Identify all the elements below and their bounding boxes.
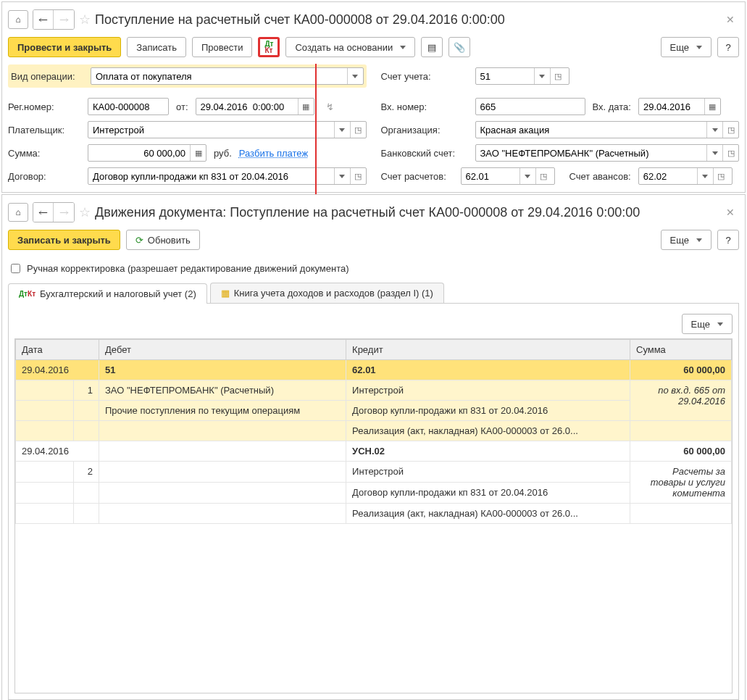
post-and-close-button[interactable]: Провести и закрыть [8, 37, 121, 57]
table-more-button[interactable]: Еще [682, 314, 733, 334]
calc-acc-input[interactable]: ◳ [461, 167, 555, 185]
dropdown-icon[interactable] [706, 145, 722, 161]
contract-label: Договор: [8, 171, 80, 182]
tabs: ДтКт Бухгалтерский и налоговый учет (2) … [8, 283, 739, 304]
op-type-field[interactable] [91, 68, 347, 84]
report-button[interactable]: ▤ [421, 37, 443, 57]
refresh-button[interactable]: ⟳Обновить [126, 230, 200, 250]
open-icon[interactable]: ◳ [535, 168, 551, 184]
create-based-button[interactable]: Создать на основании [285, 37, 415, 57]
calendar-icon[interactable]: ▦ [298, 99, 314, 114]
more-button[interactable]: Еще [661, 37, 711, 57]
payer-input[interactable]: ◳ [88, 121, 367, 138]
manual-edit-row: Ручная корректировка (разрешает редактир… [8, 257, 739, 280]
in-date-label: Вх. дата: [593, 101, 631, 112]
table-row[interactable]: 1 ЗАО "НЕФТЕПРОМБАНК" (Расчетный) Интерс… [16, 380, 732, 401]
date-input[interactable]: ▦ [196, 98, 314, 115]
close-button[interactable]: ✕ [722, 14, 739, 25]
open-icon[interactable]: ◳ [722, 145, 738, 161]
split-payment-link[interactable]: Разбить платеж [239, 148, 308, 159]
movements-table-wrap[interactable]: Дата Дебет Кредит Сумма 29.04.2016 51 62… [14, 338, 733, 693]
movements-table: Дата Дебет Кредит Сумма 29.04.2016 51 62… [15, 339, 732, 524]
org-field[interactable] [476, 122, 707, 138]
dropdown-icon[interactable] [334, 122, 350, 138]
post-button[interactable]: Провести [192, 37, 253, 57]
home-icon: ⌂ [15, 14, 20, 25]
forward-button[interactable]: 🡒 [54, 203, 74, 222]
dropdown-icon[interactable] [334, 168, 350, 184]
contract-input[interactable]: ◳ [88, 167, 367, 185]
table-row[interactable]: Договор купли-продажи кп 831 от 20.04.20… [16, 483, 732, 504]
regnum-input[interactable] [88, 98, 169, 115]
bankacc-input[interactable]: ◳ [475, 144, 740, 162]
close-button[interactable]: ✕ [722, 207, 739, 218]
contract-field[interactable] [88, 168, 334, 184]
from-label: от: [176, 101, 188, 112]
help-button[interactable]: ? [717, 230, 739, 250]
book-icon: ▦ [221, 288, 230, 299]
sum-field[interactable] [88, 145, 190, 161]
open-icon[interactable]: ◳ [550, 68, 566, 84]
favorite-icon[interactable]: ☆ [79, 204, 91, 220]
dropdown-icon[interactable] [519, 168, 535, 184]
attach-button[interactable]: 📎 [448, 37, 470, 57]
dropdown-icon[interactable] [534, 68, 550, 84]
calc-acc-field[interactable] [462, 168, 519, 184]
adv-acc-field[interactable] [639, 168, 697, 184]
date-field[interactable] [196, 99, 298, 114]
open-icon[interactable]: ◳ [713, 168, 729, 184]
home-button[interactable]: ⌂ [8, 203, 28, 222]
open-icon[interactable]: ◳ [350, 122, 366, 138]
bankacc-field[interactable] [476, 145, 707, 161]
favorite-icon[interactable]: ☆ [79, 12, 91, 28]
org-input[interactable]: ◳ [475, 121, 740, 138]
currency-label: руб. [214, 148, 232, 159]
save-and-close-button[interactable]: Записать и закрыть [8, 230, 120, 250]
in-num-input[interactable] [475, 98, 585, 115]
page-title: Поступление на расчетный счет КА00-00000… [95, 12, 505, 28]
refresh-icon: ⟳ [135, 235, 143, 246]
dropdown-icon[interactable] [697, 168, 713, 184]
calc-icon[interactable]: ▦ [190, 145, 206, 161]
calendar-icon[interactable]: ▦ [704, 99, 720, 114]
table-row[interactable]: 29.04.2016 51 62.01 60 000,00 [16, 360, 732, 380]
account-field[interactable] [476, 68, 534, 84]
open-icon[interactable]: ◳ [722, 122, 738, 138]
manual-edit-checkbox[interactable] [11, 264, 20, 273]
col-date[interactable]: Дата [16, 340, 99, 360]
regnum-field[interactable] [88, 99, 168, 114]
dtkt-icon: ДтКт [264, 41, 273, 54]
open-icon[interactable]: ◳ [350, 168, 366, 184]
col-credit[interactable]: Кредит [346, 340, 630, 360]
dropdown-icon[interactable] [706, 122, 722, 138]
back-button[interactable]: 🡐 [33, 10, 54, 29]
tab-income-book[interactable]: ▦ Книга учета доходов и расходов (раздел… [210, 283, 444, 303]
col-sum[interactable]: Сумма [630, 340, 732, 360]
op-type-input[interactable] [91, 67, 364, 85]
in-date-input[interactable]: ▦ [638, 98, 721, 115]
home-button[interactable]: ⌂ [8, 10, 28, 29]
posted-icon: ↯ [326, 101, 334, 112]
bankacc-label: Банковский счет: [381, 148, 468, 159]
table-row[interactable]: Прочие поступления по текущим операциям … [16, 401, 732, 421]
table-row[interactable]: Реализация (акт, накладная) КА00-000003 … [16, 504, 732, 524]
col-debit[interactable]: Дебет [99, 340, 346, 360]
show-movements-button[interactable]: ДтКт [258, 37, 280, 57]
in-num-field[interactable] [476, 99, 585, 114]
dropdown-icon[interactable] [347, 68, 363, 84]
save-button[interactable]: Записать [127, 37, 186, 57]
in-date-field[interactable] [639, 99, 704, 114]
tab-accounting[interactable]: ДтКт Бухгалтерский и налоговый учет (2) [8, 283, 207, 304]
payer-field[interactable] [88, 122, 334, 138]
back-button[interactable]: 🡐 [33, 203, 54, 222]
more-button[interactable]: Еще [661, 230, 711, 250]
page-title: Движения документа: Поступление на расче… [95, 205, 640, 220]
table-row[interactable]: 2 Интерстрой Расчеты за товары и услуги … [16, 462, 732, 483]
help-button[interactable]: ? [717, 37, 739, 57]
sum-input[interactable]: ▦ [88, 144, 206, 162]
adv-acc-input[interactable]: ◳ [638, 167, 733, 185]
forward-button[interactable]: 🡒 [54, 10, 74, 29]
table-row[interactable]: 29.04.2016 УСН.02 60 000,00 [16, 441, 732, 462]
account-input[interactable]: ◳ [475, 67, 569, 85]
table-row[interactable]: Реализация (акт, накладная) КА00-000003 … [16, 421, 732, 441]
